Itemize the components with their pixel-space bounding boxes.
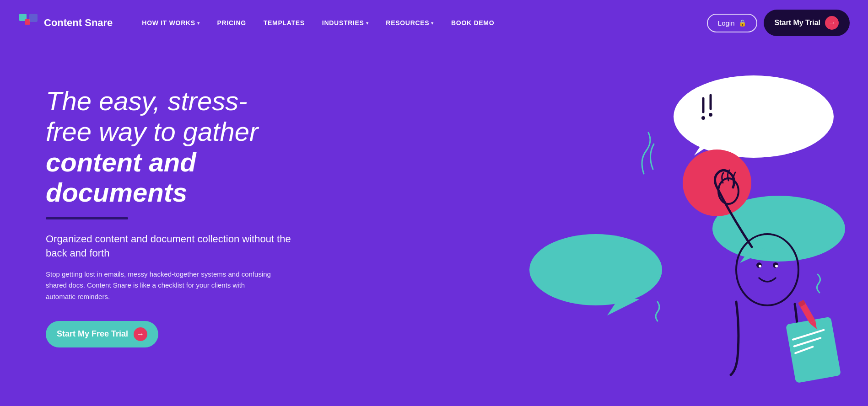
hero-body: Stop getting lost in emails, messy hacke…	[46, 269, 275, 303]
lock-icon: 🔒	[739, 19, 746, 27]
main-nav: Content Snare HOW IT WORKS ▾ PRICING TEM…	[0, 0, 868, 46]
svg-point-14	[759, 265, 761, 267]
nav-templates[interactable]: TEMPLATES	[256, 16, 312, 30]
svg-rect-17	[786, 317, 841, 383]
nav-actions: Login 🔒 Start My Trial →	[707, 10, 850, 36]
hero-divider	[46, 217, 128, 219]
hero-title: The easy, stress- free way to gather con…	[46, 86, 311, 208]
hero-section: The easy, stress- free way to gather con…	[0, 46, 868, 406]
nav-how-it-works[interactable]: HOW IT WORKS ▾	[135, 16, 207, 30]
chevron-down-icon: ▾	[197, 21, 200, 26]
hero-title-bold: content and documents	[46, 147, 196, 208]
start-trial-nav-button[interactable]: Start My Trial →	[764, 10, 850, 36]
hero-subtitle: Organized content and document collectio…	[46, 232, 311, 261]
chevron-down-icon: ▾	[431, 21, 434, 26]
svg-point-27	[709, 113, 712, 117]
nav-resources[interactable]: RESOURCES ▾	[378, 16, 441, 30]
nav-pricing[interactable]: PRICING	[210, 16, 253, 30]
trial-hero-label: Start My Free Trial	[57, 329, 128, 339]
hero-content: The easy, stress- free way to gather con…	[46, 46, 311, 406]
svg-rect-3	[29, 14, 38, 22]
svg-point-15	[775, 265, 778, 267]
chevron-down-icon: ▾	[366, 21, 369, 26]
logo-link[interactable]: Content Snare	[18, 13, 113, 33]
hero-svg-illustration	[474, 46, 850, 406]
arrow-right-icon: →	[134, 327, 147, 341]
svg-point-25	[701, 116, 705, 120]
login-label: Login	[718, 19, 735, 27]
brand-name: Content Snare	[44, 17, 113, 29]
svg-point-6	[529, 234, 662, 305]
login-button[interactable]: Login 🔒	[707, 14, 757, 32]
nav-links: HOW IT WORKS ▾ PRICING TEMPLATES INDUSTR…	[135, 16, 706, 30]
arrow-right-icon: →	[825, 16, 839, 30]
nav-book-demo[interactable]: BOOK DEMO	[444, 16, 501, 30]
trial-nav-label: Start My Trial	[775, 19, 820, 27]
nav-industries[interactable]: INDUSTRIES ▾	[315, 16, 376, 30]
logo-icon	[18, 13, 38, 33]
start-trial-hero-button[interactable]: Start My Free Trial →	[46, 321, 158, 347]
svg-point-10	[683, 150, 751, 216]
hero-illustration	[311, 46, 831, 406]
svg-point-4	[674, 75, 834, 158]
